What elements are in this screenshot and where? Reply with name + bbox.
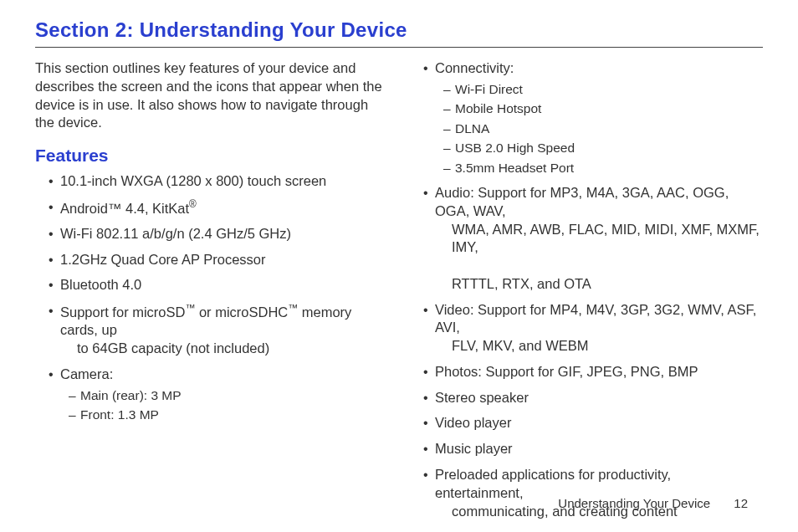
list-item: Music player [423,440,763,458]
list-item: 10.1-inch WXGA (1280 x 800) touch screen [49,172,390,191]
features-list-right: Connectivity:Wi-Fi DirectMobile HotspotD… [410,59,763,520]
list-item: Photos: Support for GIF, JPEG, PNG, BMP [423,363,763,381]
sub-item: Front: 1.3 MP [69,407,390,423]
features-heading: Features [35,144,390,167]
sub-list: Wi-Fi DirectMobile HotspotDLNAUSB 2.0 Hi… [435,81,763,176]
list-item: Audio: Support for MP3, M4A, 3GA, AAC, O… [423,184,763,294]
intro-text: This section outlines key features of yo… [35,59,390,132]
list-item: Camera:Main (rear): 3 MPFront: 1.3 MP [49,366,390,424]
column-left: This section outlines key features of yo… [35,59,403,528]
page-footer: Understanding Your Device 12 [558,496,748,510]
list-item: Support for microSD™ or microSDHC™ memor… [49,302,390,358]
columns: This section outlines key features of yo… [35,59,763,528]
sub-list: Main (rear): 3 MPFront: 1.3 MP [60,387,390,424]
sub-item: DLNA [443,120,763,137]
sub-item: Mobile Hotspot [443,100,763,117]
sub-item: 3.5mm Headset Port [443,160,763,176]
list-item: Preloaded applications for productivity,… [423,466,763,520]
list-item: Stereo speaker [423,389,763,407]
footer-text: Understanding Your Device [558,496,710,510]
list-item: Video: Support for MP4, M4V, 3GP, 3G2, W… [423,301,763,356]
list-item: Bluetooth 4.0 [49,276,390,294]
sub-item: Wi-Fi Direct [443,81,763,98]
list-item: 1.2GHz Quad Core AP Processor [49,251,390,269]
list-item: Android™ 4.4, KitKat® [49,198,390,217]
column-right: Connectivity:Wi-Fi DirectMobile HotspotD… [403,59,763,528]
list-item-label: Camera: [60,366,113,381]
page-number: 12 [734,496,748,510]
list-item: Connectivity:Wi-Fi DirectMobile HotspotD… [423,59,763,176]
list-item-label: Connectivity: [435,60,514,75]
list-item: Wi-Fi 802.11 a/b/g/n (2.4 GHz/5 GHz) [49,225,390,243]
features-list-left: 10.1-inch WXGA (1280 x 800) touch screen… [35,172,390,424]
sub-item: USB 2.0 High Speed [443,140,763,156]
divider [35,47,763,48]
list-item: Video player [423,414,763,432]
section-title: Section 2: Understanding Your Device [35,18,763,42]
sub-item: Main (rear): 3 MP [69,387,390,404]
